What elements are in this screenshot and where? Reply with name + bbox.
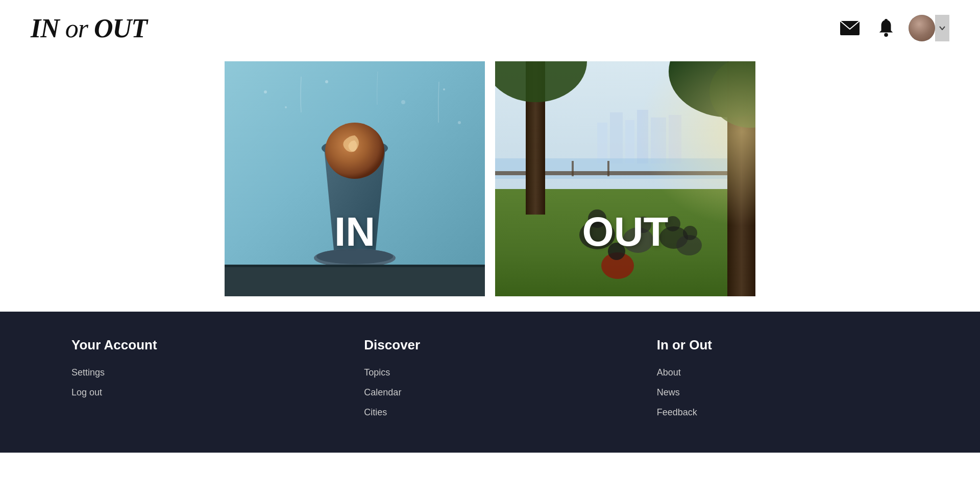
header: IN or OUT bbox=[0, 0, 980, 56]
svg-point-7 bbox=[401, 100, 405, 104]
svg-rect-2 bbox=[885, 19, 888, 21]
main-content: IN bbox=[0, 61, 980, 296]
bell-button[interactable] bbox=[874, 15, 898, 41]
logo[interactable]: IN or OUT bbox=[31, 13, 147, 43]
bell-icon bbox=[878, 19, 894, 37]
footer-about-heading: In or Out bbox=[657, 337, 909, 353]
user-menu[interactable] bbox=[909, 15, 949, 41]
logo-in: IN bbox=[31, 14, 59, 43]
footer-logout-link[interactable]: Log out bbox=[71, 387, 323, 398]
svg-rect-16 bbox=[225, 265, 485, 267]
footer-news-link[interactable]: News bbox=[657, 387, 909, 398]
footer-cities-link[interactable]: Cities bbox=[364, 407, 616, 418]
svg-rect-45 bbox=[495, 61, 755, 296]
svg-point-4 bbox=[264, 90, 267, 93]
mail-button[interactable] bbox=[836, 17, 864, 39]
footer-account-section: Your Account Settings Log out bbox=[51, 337, 344, 427]
logo-or: or bbox=[65, 14, 88, 43]
svg-point-1 bbox=[884, 33, 888, 37]
mail-icon bbox=[840, 21, 860, 35]
footer: Your Account Settings Log out Discover T… bbox=[0, 312, 980, 453]
card-out[interactable]: OUT bbox=[495, 61, 755, 296]
footer-account-heading: Your Account bbox=[71, 337, 323, 353]
svg-point-5 bbox=[285, 106, 287, 108]
avatar bbox=[909, 15, 935, 41]
card-out-label: OUT bbox=[582, 208, 669, 255]
header-icons bbox=[836, 15, 949, 41]
footer-calendar-link[interactable]: Calendar bbox=[364, 387, 616, 398]
park-illustration bbox=[495, 61, 755, 296]
footer-about-link[interactable]: About bbox=[657, 367, 909, 378]
footer-discover-heading: Discover bbox=[364, 337, 616, 353]
svg-point-8 bbox=[443, 88, 445, 90]
card-in[interactable]: IN bbox=[225, 61, 485, 296]
coffee-cup-illustration bbox=[225, 61, 485, 296]
avatar-image bbox=[909, 15, 935, 41]
svg-rect-15 bbox=[225, 266, 485, 296]
svg-point-6 bbox=[325, 80, 328, 83]
footer-topics-link[interactable]: Topics bbox=[364, 367, 616, 378]
dropdown-arrow[interactable] bbox=[935, 15, 949, 41]
logo-out: OUT bbox=[94, 14, 147, 43]
footer-about-section: In or Out About News Feedback bbox=[636, 337, 929, 427]
footer-feedback-link[interactable]: Feedback bbox=[657, 407, 909, 418]
footer-settings-link[interactable]: Settings bbox=[71, 367, 323, 378]
card-in-label: IN bbox=[334, 208, 375, 255]
chevron-down-icon bbox=[939, 26, 945, 30]
svg-point-9 bbox=[458, 121, 461, 124]
footer-discover-section: Discover Topics Calendar Cities bbox=[344, 337, 636, 427]
